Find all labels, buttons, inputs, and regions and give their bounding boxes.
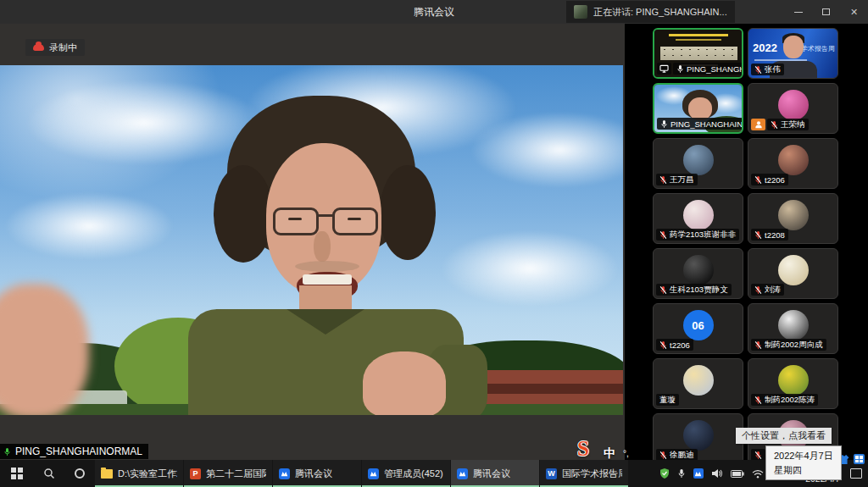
participant-tile[interactable]: 2022学术报告周 张伟	[748, 28, 838, 79]
participant-tile[interactable]: t2208	[748, 193, 838, 244]
taskbar-app-label: 第二十二届国际学...	[206, 468, 266, 480]
sogou-toolbox-icon[interactable]	[854, 454, 865, 464]
restore-icon	[822, 8, 830, 15]
participant-label	[751, 449, 765, 460]
taskbar-app-button[interactable]: P 第二十二届国际学...	[184, 460, 272, 487]
participant-tile[interactable]: 董璇	[653, 358, 743, 409]
mic-icon	[660, 119, 668, 129]
participant-tile[interactable]: PING_SHANGHAINOR...	[653, 83, 743, 134]
meeting-tray-icon[interactable]	[693, 468, 704, 479]
participant-label: t2206	[751, 174, 788, 185]
microphone-tray-icon[interactable]	[677, 468, 686, 479]
participant-tile[interactable]: 王万昌	[653, 138, 743, 189]
participant-label: PING_SHANGHAINO...	[657, 63, 742, 75]
close-button[interactable]: ✕	[840, 0, 868, 24]
sogou-tooltip[interactable]: 个性设置，点我看看	[736, 428, 832, 444]
cortana-button[interactable]	[64, 460, 95, 487]
window-controls: ✕	[784, 0, 868, 24]
participant-tile[interactable]: 王荣纳	[748, 83, 838, 134]
mic-icon	[754, 396, 762, 405]
speaker-hand	[0, 284, 89, 415]
app-title: 腾讯会议	[0, 0, 868, 24]
minimize-icon	[794, 12, 803, 13]
participant-tile[interactable]: t2206	[748, 138, 838, 189]
participant-avatar	[683, 145, 714, 175]
speaking-indicator: 正在讲话: PING_SHANGHAIN...	[566, 1, 735, 23]
cortana-icon	[75, 468, 85, 479]
participant-tile[interactable]: 生科2103贾静文	[653, 248, 743, 299]
participant-label: 刘涛	[751, 284, 784, 296]
participant-tile[interactable]: 药学2103班谢非非	[653, 193, 743, 244]
speaking-avatar	[574, 5, 587, 19]
mic-on-icon	[3, 447, 11, 457]
host-badge-icon	[751, 119, 765, 130]
speaker-mustache	[295, 261, 359, 272]
taskbar-app-button[interactable]: 管理成员(452)	[362, 460, 450, 487]
speaker-hair	[214, 165, 273, 263]
date-tooltip-weekday: 星期四	[774, 463, 833, 478]
taskbar-app-button[interactable]: D:\实验室工作202...	[95, 460, 183, 487]
taskbar-app-button[interactable]: 腾讯会议	[273, 460, 361, 487]
participant-name: 制药2002陈涛	[765, 395, 815, 406]
mic-icon	[754, 175, 762, 185]
ime-mode-indicator[interactable]: 中	[604, 446, 615, 462]
mic-icon	[659, 340, 667, 350]
minimize-button[interactable]	[784, 0, 812, 24]
participant-tile[interactable]: 06 t2206	[653, 303, 743, 354]
action-center-icon	[850, 468, 862, 479]
glasses	[273, 208, 378, 238]
speaker-hair	[380, 165, 436, 260]
cloud-record-icon	[33, 44, 44, 51]
participant-avatar: 06	[683, 310, 714, 340]
participant-name: t2208	[765, 230, 785, 240]
main-video[interactable]	[0, 65, 623, 415]
participant-tile[interactable]: 制药2002周向成	[748, 303, 838, 354]
main-speaker-label: PING_SHANGHAINORMAL	[0, 444, 148, 459]
cloud	[4, 192, 174, 260]
participant-avatar	[778, 365, 809, 396]
taskbar-app-button[interactable]: W 国际学术报告周报...	[540, 460, 628, 487]
main-speaker-name: PING_SHANGHAINORMAL	[15, 445, 142, 457]
word-icon: W	[546, 468, 557, 479]
participant-sidebar: PING_SHANGHAINO... 2022学术报告周 张伟 PING_SHA…	[625, 24, 868, 460]
cloud	[441, 230, 619, 307]
speaking-text: 正在讲话: PING_SHANGHAIN...	[593, 6, 727, 19]
mic-icon	[659, 230, 667, 240]
cloud	[470, 112, 623, 188]
participant-label: 徐鹏迪	[656, 449, 698, 460]
search-button[interactable]	[34, 460, 64, 487]
participant-tile[interactable]: 徐鹏迪	[653, 413, 743, 460]
participant-label: 制药2002周向成	[751, 339, 826, 351]
meeting-app-icon	[279, 468, 290, 479]
task-buttons: D:\实验室工作202... P 第二十二届国际学... 腾讯会议 管理成员(4…	[95, 460, 629, 487]
participant-tile[interactable]: PING_SHANGHAINO...	[653, 28, 743, 79]
mic-icon	[754, 230, 762, 240]
antivirus-shield-icon[interactable]	[659, 468, 670, 479]
participant-label: 王荣纳	[751, 119, 809, 130]
start-button[interactable]	[0, 460, 34, 487]
participant-avatar	[778, 200, 809, 230]
action-center-button[interactable]	[850, 468, 862, 479]
sogou-logo-icon[interactable]: S	[577, 438, 589, 459]
close-icon: ✕	[850, 7, 858, 18]
speaker-icon[interactable]	[711, 468, 723, 479]
participant-tile[interactable]: 制药2002陈涛	[748, 358, 838, 409]
screen-share-icon	[657, 63, 671, 75]
ime-punctuation-indicator[interactable]: °,	[623, 449, 629, 458]
mic-icon	[754, 65, 762, 75]
mic-icon	[754, 285, 762, 295]
main-stage: 录制中 PING_SHANGHAINORMAL	[0, 24, 625, 460]
participant-label: 生科2103贾静文	[656, 284, 732, 296]
taskbar-app-button[interactable]: 腾讯会议	[451, 460, 539, 487]
mic-icon	[754, 340, 762, 350]
participant-name: 生科2103贾静文	[670, 285, 728, 296]
bg-title-text: 学术报告周	[801, 44, 835, 53]
participant-tile[interactable]: 刘涛	[748, 248, 838, 299]
participant-avatar	[683, 420, 714, 451]
wifi-icon[interactable]	[752, 469, 764, 479]
meeting-app-icon	[368, 468, 379, 479]
date-tooltip-date: 2022年4月7日	[774, 449, 833, 463]
maximize-button[interactable]	[812, 0, 840, 24]
participant-label: 张伟	[751, 64, 784, 75]
battery-icon[interactable]	[731, 470, 744, 478]
